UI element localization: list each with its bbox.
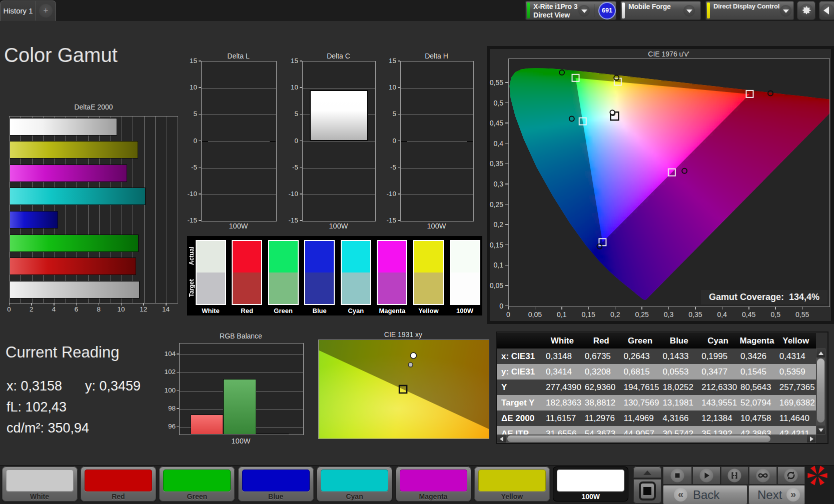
settings-button[interactable]: [797, 1, 815, 20]
scroll-up-button[interactable]: [816, 349, 825, 358]
cie1976-target-red: [746, 90, 753, 98]
cie1976-y-tick-label: 0,1: [473, 261, 503, 269]
alert-spoke: [807, 473, 815, 478]
scroll-right-button[interactable]: [807, 435, 815, 442]
results-table-hscrollbar[interactable]: [497, 434, 816, 443]
scroll-down-button[interactable]: [816, 426, 825, 434]
meter-dropdown-icon[interactable]: [578, 5, 590, 16]
results-table-vscrollbar[interactable]: [816, 348, 825, 434]
source-dropdown-icon[interactable]: [683, 5, 695, 16]
swatch-target-green: [269, 272, 298, 304]
swatch-label: Green: [268, 307, 299, 314]
results-cell: 0,1545: [740, 364, 776, 380]
meter-reading-badge: 691: [598, 2, 616, 20]
transport-infinity-button[interactable]: [749, 466, 777, 484]
transport-bracket-dots-button[interactable]: [721, 466, 748, 484]
scroll-left-button[interactable]: [497, 435, 506, 442]
rgb-tick-label: 102: [157, 368, 176, 376]
reading-x-value: 0,3158: [21, 378, 63, 394]
cie1976-x-tick-label: 0,55: [790, 310, 815, 318]
results-cell: 0,5359: [779, 364, 815, 380]
vscroll-thumb[interactable]: [817, 358, 824, 422]
pattern-button-red[interactable]: Red: [81, 466, 156, 502]
meter-selector[interactable]: X-Rite i1Pro 3 Direct View 691: [525, 1, 616, 20]
swatch-label: Yellow: [413, 307, 444, 314]
rgb-bar-red: [191, 414, 223, 434]
results-cell: 0,6735: [585, 348, 621, 364]
results-row-label: Target Y: [501, 395, 543, 410]
results-cell: 0,1433: [662, 348, 698, 364]
results-row: ΔE ITP31,655654,367344,905730,574235,139…: [497, 426, 816, 434]
delta-c-tick: [300, 194, 302, 194]
delta-l-chart: [201, 61, 277, 222]
cie1976-y-tick-label: 0: [473, 302, 503, 310]
swatch-target-white: [197, 272, 225, 304]
cie1976-markers: [509, 59, 829, 306]
device-dropdown-icon[interactable]: [780, 5, 791, 16]
pattern-window-button[interactable]: [633, 479, 661, 504]
deltae2000-gridline: [167, 116, 167, 303]
pattern-button-magenta[interactable]: Magenta: [396, 466, 471, 502]
delta-h-tick-label: 15: [376, 57, 396, 64]
swatch-label: Magenta: [377, 307, 407, 314]
delta-c-tick-label: 15: [278, 57, 298, 64]
delta-h-x-label: 100W: [400, 222, 473, 230]
swatch-row-label-target: Target: [188, 272, 195, 305]
rgb-gridline: [180, 354, 303, 355]
deltae2000-chart: [9, 116, 178, 304]
swatch-target-magenta: [378, 272, 406, 304]
results-cell: 143,9551: [701, 395, 737, 410]
pattern-button-green[interactable]: Green: [159, 466, 235, 502]
pattern-up-button[interactable]: [633, 466, 661, 478]
delta-h-tick-label: 10: [376, 84, 396, 91]
delta-l-tick: [199, 60, 201, 62]
meter-status-strip: [527, 2, 530, 18]
back-button[interactable]: « Back: [663, 485, 747, 504]
transport-refresh-button[interactable]: [777, 466, 805, 484]
results-row: y: CIE310,34140,32080,68150,05530,34770,…: [497, 364, 816, 380]
swatch-actual-green: [269, 241, 298, 272]
pattern-button-yellow[interactable]: Yellow: [474, 466, 550, 502]
cie1976-x-tick-label: 0,45: [736, 310, 761, 318]
pattern-swatch-yellow: [478, 470, 546, 492]
tab-history-1[interactable]: History 1: [1, 1, 36, 20]
cie1976-y-tick: [505, 184, 508, 184]
alert-asterisk-icon[interactable]: [806, 464, 828, 486]
swatch-column-100w: [450, 240, 480, 305]
delta-c-tick: [300, 87, 302, 88]
delta-c-tick: [300, 167, 302, 168]
results-row-label: x: CIE31: [501, 348, 543, 364]
add-tab-button[interactable]: +: [39, 4, 53, 18]
results-cell: 52,0794: [740, 395, 776, 410]
cie1976-x-tick: [695, 306, 696, 310]
stop-icon: [670, 469, 684, 482]
swatch-target-red: [233, 272, 261, 304]
source-selector[interactable]: Mobile Forge: [620, 1, 701, 20]
delta-c-tick: [300, 114, 302, 115]
results-cell: 0,3148: [546, 348, 582, 364]
next-button[interactable]: Next »: [748, 485, 805, 504]
alert-spoke: [816, 466, 824, 476]
pattern-button-white[interactable]: White: [2, 466, 78, 502]
delta-l-tick-label: 10: [177, 84, 197, 91]
pattern-button-blue[interactable]: Blue: [238, 466, 314, 502]
results-cell: 0,3414: [546, 364, 582, 380]
swatch-label: Red: [232, 307, 262, 314]
collapse-panel-button[interactable]: [819, 1, 834, 20]
device-selector[interactable]: Direct Display Control: [705, 1, 794, 20]
delta-h-zero-mark: [467, 141, 473, 142]
swatch-actual-cyan: [342, 241, 370, 272]
transport-stop-button[interactable]: [663, 466, 692, 484]
results-cell: 0,3477: [701, 364, 737, 380]
results-row-label: Y: [501, 380, 543, 395]
pattern-button-100w[interactable]: 100W: [553, 466, 628, 502]
refresh-icon: [784, 469, 798, 482]
swatch-actual-magenta: [378, 241, 406, 272]
tab-divider: [36, 1, 36, 20]
delta-h-tick-label: -15: [376, 216, 396, 224]
transport-play-button[interactable]: [692, 466, 720, 484]
pattern-button-cyan[interactable]: Cyan: [317, 466, 392, 502]
hscroll-thumb[interactable]: [507, 436, 770, 442]
pattern-window-icon: [639, 482, 656, 500]
delta-l-gridline: [202, 114, 276, 115]
